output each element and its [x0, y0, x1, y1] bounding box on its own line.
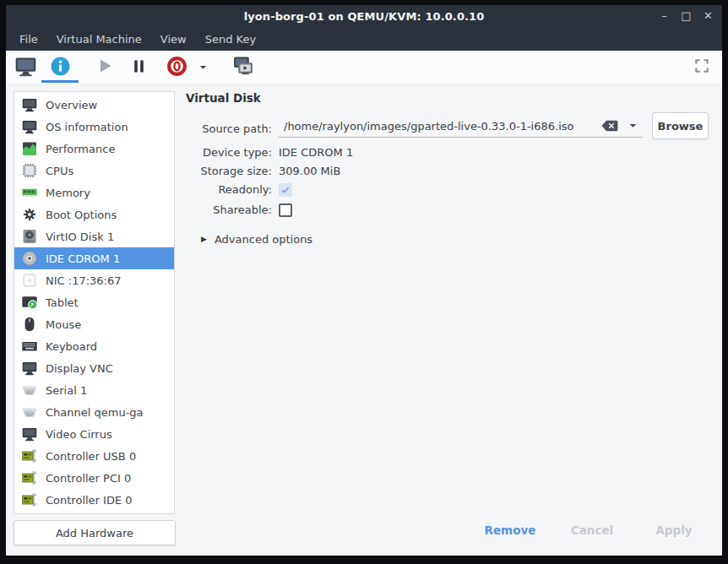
fullscreen-icon	[693, 57, 710, 78]
window-controls: –□✕	[657, 5, 715, 27]
sidebar-item-performance[interactable]: Performance	[14, 138, 174, 160]
disk-icon	[20, 227, 39, 246]
tablet-icon	[20, 293, 39, 312]
source-path-label: Source path:	[179, 122, 272, 136]
console-monitor-icon	[14, 55, 37, 81]
menu-view[interactable]: View	[151, 27, 196, 51]
add-hardware-label: Add Hardware	[56, 527, 133, 540]
expander-arrow-icon: ▶	[201, 236, 207, 243]
content-area: OverviewOS informationPerformanceCPUsMem…	[6, 84, 722, 556]
sidebar-item-item[interactable]	[14, 511, 174, 514]
sidebar-item-label: Video Cirrus	[46, 428, 112, 441]
cdrom-icon	[20, 249, 39, 268]
add-hardware-button[interactable]: Add Hardware	[14, 520, 176, 545]
pci-card-icon	[20, 447, 39, 465]
sidebar-item-tablet[interactable]: Tablet	[14, 291, 174, 313]
sidebar-item-virtio-disk-1[interactable]: VirtIO Disk 1	[14, 225, 174, 247]
window-frame: lyon-borg-01 on QEMU/KVM: 10.0.0.10 –□✕ …	[0, 0, 728, 564]
chevron-down-icon	[198, 60, 209, 76]
menubar: FileVirtual MachineViewSend Key	[6, 27, 722, 51]
play-icon	[95, 56, 115, 79]
pci-card-icon	[20, 469, 39, 487]
sidebar-item-label: CPUs	[46, 165, 73, 177]
gear-icon	[20, 205, 39, 224]
shareable-checkbox[interactable]	[279, 203, 292, 217]
cancel-button[interactable]: Cancel	[554, 523, 630, 537]
sidebar-item-video-cirrus[interactable]: Video Cirrus	[14, 423, 174, 445]
readonly-label: Readonly:	[179, 183, 272, 197]
titlebar: lyon-borg-01 on QEMU/KVM: 10.0.0.10 –□✕	[6, 5, 722, 27]
menu-virtual-machine[interactable]: Virtual Machine	[47, 27, 151, 51]
sidebar-item-mouse[interactable]: Mouse	[14, 313, 174, 335]
memory-icon	[20, 183, 39, 202]
sidebar-item-label: Boot Options	[46, 209, 117, 221]
cpu-icon	[20, 161, 39, 180]
sidebar-item-label: Display VNC	[46, 362, 113, 375]
sidebar-item-controller-usb-0[interactable]: Controller USB 0	[14, 445, 174, 467]
serial-icon	[20, 381, 39, 399]
sidebar-item-overview[interactable]: Overview	[14, 94, 174, 116]
console-button[interactable]	[226, 52, 258, 83]
sidebar-item-keyboard[interactable]: Keyboard	[14, 335, 174, 357]
close-button[interactable]: ✕	[701, 8, 715, 24]
sidebar-item-label: Performance	[46, 143, 115, 155]
sidebar-item-cpus[interactable]: CPUs	[14, 160, 174, 182]
advanced-options-expander[interactable]: ▶ Advanced options	[201, 233, 312, 246]
sidebar-item-label: Mouse	[46, 318, 81, 331]
open-console-icon	[231, 55, 254, 81]
source-path-value: /home/raylyon/images/gparted-live-0.33.0…	[284, 120, 574, 133]
sidebar-item-label: Channel qemu-ga	[46, 406, 144, 419]
sidebar-item-display-vnc[interactable]: Display VNC	[14, 357, 174, 379]
minimize-button[interactable]: –	[657, 8, 671, 24]
apply-button[interactable]: Apply	[636, 523, 712, 537]
sidebar-item-label: NIC :17:36:67	[46, 274, 122, 287]
storage-size-label: Storage size:	[179, 165, 272, 178]
keyboard-icon	[20, 337, 39, 355]
hardware-list: OverviewOS informationPerformanceCPUsMem…	[14, 91, 175, 514]
sidebar-item-label: Controller USB 0	[46, 450, 136, 463]
performance-icon	[20, 139, 39, 158]
sidebar-item-label: Controller PCI 0	[46, 472, 131, 485]
menu-file[interactable]: File	[10, 27, 47, 51]
sidebar-item-ide-cdrom-1[interactable]: IDE CDROM 1	[14, 247, 174, 269]
page-title: Virtual Disk	[186, 91, 261, 105]
sidebar-item-channel-qemu-ga[interactable]: Channel qemu-ga	[14, 401, 174, 423]
vm-display-button[interactable]	[10, 52, 41, 83]
browse-label: Browse	[658, 120, 704, 133]
sidebar-item-boot-options[interactable]: Boot Options	[14, 203, 174, 225]
monitor-icon	[20, 95, 39, 114]
clear-icon[interactable]	[600, 119, 619, 133]
run-button[interactable]	[90, 52, 120, 83]
sidebar-item-controller-pci-0[interactable]: Controller PCI 0	[14, 467, 174, 489]
vm-details-button[interactable]	[41, 52, 79, 83]
menu-send-key[interactable]: Send Key	[196, 27, 265, 51]
info-icon	[50, 56, 71, 80]
check-icon	[280, 182, 291, 198]
chevron-down-icon[interactable]	[627, 120, 638, 133]
pci-card-icon	[20, 512, 39, 514]
shutdown-button[interactable]	[161, 52, 192, 83]
shutdown-menu-button[interactable]	[193, 52, 213, 83]
advanced-options-label: Advanced options	[215, 233, 312, 246]
sidebar-item-label: IDE CDROM 1	[46, 252, 120, 265]
maximize-button[interactable]: □	[679, 8, 693, 24]
nic-icon	[20, 271, 39, 290]
pause-icon	[130, 57, 148, 79]
remove-button[interactable]: Remove	[472, 523, 548, 537]
source-path-input[interactable]: /home/raylyon/images/gparted-live-0.33.0…	[278, 115, 643, 138]
sidebar-item-nic-17-36-67[interactable]: NIC :17:36:67	[14, 269, 174, 291]
pause-button[interactable]	[123, 52, 154, 83]
device-type-value: IDE CDROM 1	[279, 146, 353, 160]
pci-card-icon	[20, 491, 39, 509]
sidebar-item-label: Keyboard	[46, 340, 97, 353]
device-type-label: Device type:	[179, 146, 272, 160]
sidebar-item-os-information[interactable]: OS information	[14, 116, 174, 138]
sidebar-item-label: OS information	[46, 121, 128, 133]
sidebar-item-controller-ide-0[interactable]: Controller IDE 0	[14, 489, 174, 511]
shareable-label: Shareable:	[179, 203, 272, 217]
mouse-icon	[20, 315, 39, 334]
fullscreen-button[interactable]	[692, 57, 712, 78]
browse-button[interactable]: Browse	[652, 112, 709, 139]
sidebar-item-memory[interactable]: Memory	[14, 182, 174, 203]
sidebar-item-serial-1[interactable]: Serial 1	[14, 379, 174, 401]
